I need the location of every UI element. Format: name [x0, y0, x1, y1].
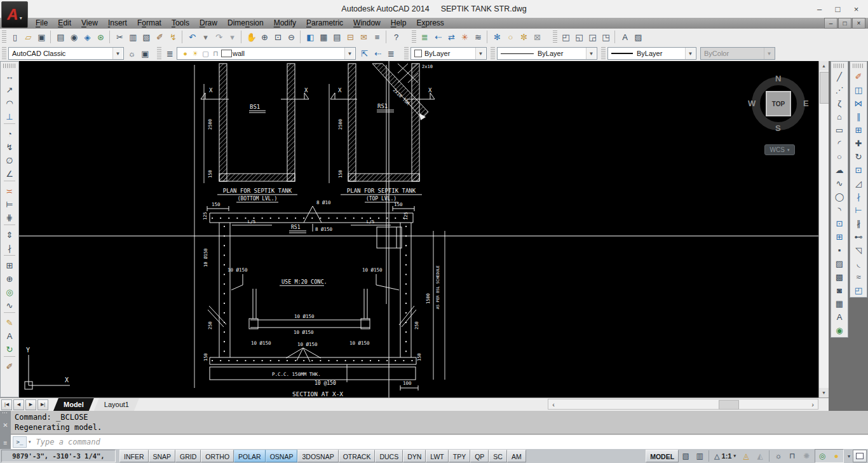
bring-to-front-icon[interactable]: ◰ — [559, 31, 573, 44]
scroll-up-icon[interactable]: ▲ — [819, 61, 829, 71]
layer-translate-icon[interactable]: ⇄ — [445, 31, 458, 44]
menu-dimension[interactable]: Dimension — [222, 18, 269, 29]
dim-text-edit-icon[interactable]: A — [1, 329, 18, 343]
layer-states-icon[interactable]: ≣ — [384, 47, 398, 60]
dim-jog-line-icon[interactable]: ∿ — [1, 299, 18, 312]
toggle-polar-tracking[interactable]: POLAR — [234, 450, 266, 462]
workspace-combo[interactable]: AutoCAD Classic ▼ — [8, 47, 124, 60]
toggle-infer-constraints[interactable]: INFER — [119, 450, 149, 462]
trim-icon[interactable]: ∤ — [850, 190, 867, 204]
cut-icon[interactable]: ✂ — [113, 31, 126, 44]
layer-unlock-icon[interactable]: ⊓ — [211, 50, 220, 58]
dim-space-icon[interactable]: ⇕ — [1, 228, 18, 242]
send-to-back-icon[interactable]: ◱ — [573, 31, 586, 44]
layer-walk-icon[interactable]: ≋ — [471, 31, 485, 44]
zoom-window-icon[interactable]: ⊡ — [271, 31, 285, 44]
annotation-visibility-icon[interactable]: ◬ — [739, 450, 753, 462]
dim-jogged-icon[interactable]: ↯ — [1, 141, 18, 154]
toolbar-grip[interactable] — [404, 47, 409, 60]
toggle-selection-cycling[interactable]: SC — [489, 450, 507, 462]
dim-radius-icon[interactable]: ◔ — [1, 127, 18, 141]
scroll-right-icon[interactable]: › — [808, 399, 818, 409]
toolbar-grip[interactable] — [3, 64, 16, 68]
quickcalc-icon[interactable]: ≡ — [370, 31, 384, 44]
dim-break-icon[interactable]: ∤ — [1, 242, 18, 255]
toggle-dynamic-ucs[interactable]: DUCS — [375, 450, 403, 462]
menu-express[interactable]: Express — [411, 18, 449, 29]
plot-preview-icon[interactable]: ◉ — [67, 31, 81, 44]
toggle-dynamic-input[interactable]: DYN — [403, 450, 426, 462]
close-button[interactable]: × — [847, 0, 865, 18]
chevron-down-icon[interactable]: ▼ — [586, 48, 596, 59]
arc-icon[interactable]: ◜ — [831, 137, 848, 150]
make-object-layer-current-icon[interactable]: ≣ — [418, 31, 431, 44]
sheet-set-manager-icon[interactable]: ⊟ — [344, 31, 357, 44]
viewcube-west[interactable]: W — [748, 99, 756, 108]
tab-model[interactable]: Model — [53, 398, 94, 411]
break-icon[interactable]: ∦ — [850, 217, 867, 230]
dim-style-icon[interactable]: ✐ — [1, 360, 18, 373]
chevron-down-icon[interactable]: ▼ — [685, 48, 695, 59]
stretch-icon[interactable]: ◿ — [850, 177, 867, 190]
menu-insert[interactable]: Insert — [103, 18, 132, 29]
recent-commands-dropdown-icon[interactable]: ▾ — [29, 439, 31, 445]
hatch-to-back-icon[interactable]: ▨ — [632, 31, 645, 44]
hatch-icon[interactable]: ▨ — [831, 257, 848, 270]
revision-cloud-icon[interactable]: ☁ — [831, 163, 848, 177]
save-workspace-icon[interactable]: ▣ — [139, 47, 152, 60]
fillet-icon[interactable]: ◟ — [850, 257, 867, 270]
command-window-titlebar[interactable]: ✕ ≡ — [0, 411, 11, 449]
annotation-autoscale-icon[interactable]: ◭ — [753, 450, 767, 462]
pan-icon[interactable]: ✋ — [245, 31, 258, 44]
redo-icon[interactable]: ↷ — [212, 31, 226, 44]
viewcube-north[interactable]: N — [775, 74, 781, 83]
doc-close-button[interactable]: × — [852, 18, 865, 29]
explode-icon[interactable]: ◰ — [850, 284, 867, 297]
scroll-down-icon[interactable]: ▼ — [819, 388, 829, 397]
layer-vp-freeze-icon[interactable]: ▢ — [201, 50, 210, 58]
tolerance-icon[interactable]: ⊞ — [1, 259, 18, 272]
toggle-grid-display[interactable]: GRID — [175, 450, 201, 462]
toolbar-grip[interactable] — [601, 47, 606, 60]
blend-curves-icon[interactable]: ≈ — [850, 270, 867, 284]
quick-dimension-icon[interactable]: ≍ — [1, 184, 18, 198]
dim-edit-icon[interactable]: ✎ — [1, 316, 18, 329]
menu-view[interactable]: View — [76, 18, 103, 29]
polyline-icon[interactable]: ζ — [831, 97, 848, 110]
make-block-icon[interactable]: ⊞ — [831, 230, 848, 244]
prev-tab-button[interactable]: ◀ — [13, 399, 24, 410]
wcs-menu[interactable]: WCS ▾ — [764, 144, 795, 155]
vertical-scrollbar[interactable]: ▲ ▼ — [818, 61, 829, 397]
application-menu-button[interactable]: A ▾ — [1, 1, 28, 28]
dim-baseline-icon[interactable]: ⊨ — [1, 198, 18, 211]
menu-help[interactable]: Help — [386, 18, 412, 29]
viewcube-east[interactable]: E — [803, 99, 809, 108]
bring-above-objects-icon[interactable]: ◲ — [586, 31, 599, 44]
designcenter-icon[interactable]: ▦ — [317, 31, 330, 44]
command-grip[interactable] — [3, 412, 8, 413]
chevron-down-icon[interactable]: ▼ — [112, 48, 123, 59]
menu-tools[interactable]: Tools — [166, 18, 194, 29]
minimize-button[interactable]: – — [810, 0, 829, 18]
toolbar-grip[interactable] — [412, 31, 416, 43]
clean-screen-button[interactable] — [853, 450, 867, 462]
menu-draw[interactable]: Draw — [194, 18, 222, 29]
dim-diameter-icon[interactable]: ∅ — [1, 154, 18, 167]
viewcube-top-face[interactable]: TOP — [766, 91, 791, 116]
rotate-icon[interactable]: ↻ — [850, 150, 867, 163]
ellipse-arc-icon[interactable]: ◝ — [831, 204, 848, 217]
drawing-canvas[interactable]: X X X X BS1 RS1 2500 2500 150 150 PLAN F… — [19, 61, 818, 397]
layer-lock-icon[interactable]: ⊠ — [531, 31, 544, 44]
layer-thaw-sun-icon[interactable]: ☀ — [191, 50, 200, 58]
markup-set-manager-icon[interactable]: ✉ — [357, 31, 370, 44]
spline-icon[interactable]: ∿ — [831, 177, 848, 190]
redo-dropdown-icon[interactable]: ▾ — [226, 31, 239, 44]
toggle-annotation-monitor[interactable]: AM — [507, 450, 526, 462]
gradient-icon[interactable]: ▩ — [831, 270, 848, 284]
toolbar-grip[interactable] — [2, 31, 6, 43]
layer-properties-manager-icon[interactable]: ≣ — [163, 47, 177, 60]
layer-previous-icon[interactable]: ⇠ — [371, 47, 384, 60]
make-object-layer-current-icon[interactable]: ⇱ — [358, 47, 371, 60]
offset-icon[interactable]: ∥ — [850, 110, 867, 123]
circle-icon[interactable]: ○ — [831, 150, 848, 163]
